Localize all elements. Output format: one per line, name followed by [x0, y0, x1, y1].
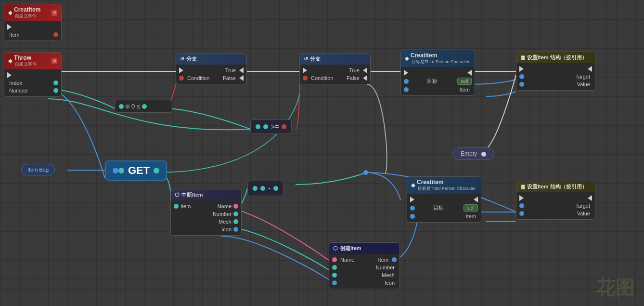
empty-out-pin[interactable]	[481, 152, 486, 157]
exec-row	[7, 23, 58, 31]
get-out-pin[interactable]	[154, 168, 159, 173]
number-row: Number	[332, 264, 397, 271]
number-row: Number	[7, 87, 58, 94]
get-in-pin[interactable]	[113, 168, 118, 173]
branch1-node: ↺ 分支 True Condition False	[176, 53, 247, 84]
exec-out-pin[interactable]	[588, 195, 592, 201]
false-out-pin[interactable]	[239, 75, 244, 81]
item-row: Item	[404, 86, 472, 93]
exec-in-pin[interactable]	[519, 195, 524, 201]
lte-symbol: 0 ≤	[131, 103, 140, 110]
exec-out-pin[interactable]	[7, 24, 12, 30]
name-in-pin[interactable]	[332, 257, 337, 262]
name-out-pin[interactable]	[233, 204, 238, 209]
branch1-body: True Condition False	[176, 65, 246, 84]
item-out-pin[interactable]	[53, 32, 58, 37]
exec-row	[519, 194, 592, 202]
mesh-out-pin[interactable]	[233, 219, 238, 224]
false-out-pin[interactable]	[363, 75, 367, 81]
gte-in1-pin[interactable]	[256, 124, 260, 129]
value-in-pin[interactable]	[519, 211, 524, 216]
branch2-body: True Condition False	[300, 65, 370, 84]
true-out-pin[interactable]	[363, 67, 367, 73]
exec-in-pin[interactable]	[179, 67, 183, 73]
name-row: Name Item	[332, 256, 397, 264]
watermark: 花图	[596, 275, 634, 301]
creatitem-top-node: ◆ Creatitem 自定义事件 ✕ Item	[4, 4, 62, 41]
branch2-node: ↺ 分支 True Condition False	[299, 53, 371, 84]
icon-out-pin[interactable]	[233, 227, 238, 232]
mesh-in-pin[interactable]	[332, 273, 337, 278]
svg-point-0	[363, 170, 368, 175]
set-item-top-node: ▦ 设置Item 结构（按引用） Target Value	[516, 52, 595, 91]
target-row: 目标 self	[404, 77, 472, 86]
minus-out-pin[interactable]	[273, 186, 278, 191]
exec-out-pin[interactable]	[467, 70, 472, 76]
gte-out-pin[interactable]	[282, 124, 286, 129]
condition-in-pin[interactable]	[179, 76, 184, 80]
creatitem-right1-body: 目标 self Item	[401, 67, 475, 95]
connections-canvas	[0, 0, 644, 306]
exec-out-pin[interactable]	[474, 197, 478, 202]
empty-node[interactable]: Empty	[452, 147, 494, 160]
item-in-pin[interactable]	[410, 214, 415, 219]
target-in-pin[interactable]	[519, 203, 524, 208]
close-button[interactable]: ✕	[52, 10, 57, 16]
minus-in1-pin[interactable]	[253, 186, 258, 191]
exec-in-pin[interactable]	[303, 67, 307, 73]
number-in-pin[interactable]	[332, 265, 337, 270]
gte-node: >=	[250, 120, 292, 134]
set-item-top-title: 设置Item 结构（按引用）	[527, 54, 587, 61]
value-row: Value	[519, 80, 592, 88]
compare-out-pin[interactable]	[142, 104, 147, 109]
exec-in-pin[interactable]	[410, 197, 414, 202]
condition-in-pin[interactable]	[303, 76, 308, 80]
number-out-pin[interactable]	[53, 88, 58, 93]
mesh-row: Mesh	[174, 218, 238, 226]
exec-out-pin[interactable]	[7, 72, 12, 78]
grid-icon: ▦	[520, 184, 525, 190]
exec-out-pin[interactable]	[588, 66, 592, 72]
close-button[interactable]: ✕	[52, 58, 57, 64]
minus-in2-pin[interactable]	[260, 186, 265, 191]
item-in-pin[interactable]	[174, 204, 179, 209]
creatitem-top-body: Item	[4, 21, 61, 40]
item-out-pin[interactable]	[392, 257, 397, 262]
branch1-title: 分支	[186, 55, 197, 63]
compare-in-pin[interactable]	[119, 104, 124, 109]
gte-in2-pin[interactable]	[263, 124, 268, 129]
value-row: Value	[519, 210, 592, 217]
target-in-pin[interactable]	[404, 79, 409, 84]
icon-row: Icon	[174, 226, 238, 233]
create-item-title: 创建Item	[340, 245, 361, 252]
exec-in-pin[interactable]	[404, 70, 408, 76]
zhongduan-header: ⬡ 中断Item	[171, 189, 241, 200]
item-in-pin[interactable]	[404, 87, 409, 92]
number-out-pin[interactable]	[233, 212, 238, 216]
exec-row	[404, 69, 472, 77]
set-item-bottom-header: ▦ 设置Item 结构（按引用）	[516, 181, 595, 192]
index-out-pin[interactable]	[53, 80, 58, 85]
item-row: Item	[410, 213, 478, 220]
itembag-node[interactable]: Item Bag	[21, 164, 55, 175]
get-index-pin[interactable]	[118, 168, 124, 173]
exec-row: True	[179, 67, 244, 74]
set-item-bottom-title: 设置Item 结构（按引用）	[527, 183, 587, 190]
exec-in-pin[interactable]	[519, 66, 524, 72]
true-out-pin[interactable]	[239, 67, 244, 73]
create-icon: ⬡	[333, 245, 338, 252]
zero-pin[interactable]	[126, 105, 129, 108]
mesh-row: Mesh	[332, 271, 397, 279]
value-in-pin[interactable]	[519, 82, 524, 87]
create-item-body: Name Item Number Mesh Icon	[329, 254, 399, 289]
icon-in-pin[interactable]	[332, 280, 337, 285]
minus-symbol: -	[268, 184, 270, 193]
get-node[interactable]: GET	[105, 160, 167, 181]
target-in-pin[interactable]	[410, 206, 415, 211]
exec-row	[7, 71, 58, 79]
grid-icon: ▦	[520, 54, 525, 61]
target-in-pin[interactable]	[519, 74, 524, 79]
set-item-bottom-body: Target Value	[516, 192, 595, 219]
exec-row: True	[303, 67, 367, 74]
creatitem-right2-header: ◆ Creatitem 目标是Third Person Character	[407, 177, 481, 194]
